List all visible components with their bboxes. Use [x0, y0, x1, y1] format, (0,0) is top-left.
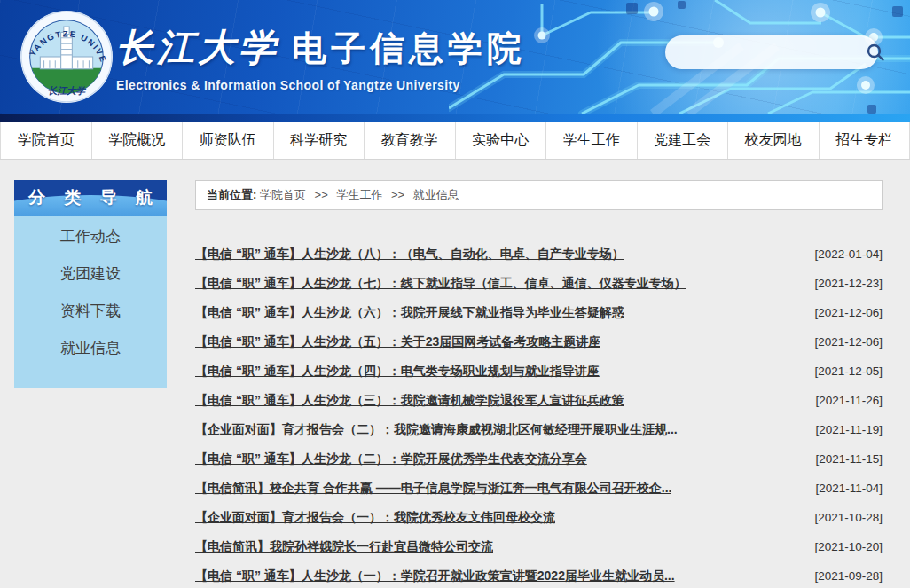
sidebar-item-work-news[interactable]: 工作动态	[14, 218, 167, 255]
nav-item-research[interactable]: 科学研究	[273, 122, 365, 159]
breadcrumb-label: 当前位置:	[207, 188, 256, 201]
news-row: 【电信 “职” 通车】人生沙龙（四）：电气类专场职业规划与就业指导讲座 [202…	[195, 357, 883, 386]
news-row: 【电信 “职” 通车】人生沙龙（八）：（电气、自动化、电卓、自产专业专场） [2…	[195, 239, 883, 269]
sidebar-header: 分 类 导 航	[14, 180, 167, 216]
breadcrumb-separator: >>	[315, 188, 328, 201]
nav-accent-strip	[0, 114, 910, 122]
news-date: [2021-10-28]	[800, 511, 883, 524]
news-date: [2021-11-15]	[801, 452, 883, 466]
main-area: 分 类 导 航 工作动态 党团建设 资料下载 就业信息 当前位置: 学院首页 >…	[0, 160, 910, 587]
news-date: [2021-12-06]	[800, 335, 883, 349]
news-date: [2022-01-04]	[800, 247, 883, 261]
breadcrumb-link-student-work[interactable]: 学生工作	[336, 188, 382, 201]
nav-item-student-work[interactable]: 学生工作	[545, 122, 637, 159]
university-logo: YANGTZE UNIVERSITY 长江大学	[20, 10, 114, 104]
sidebar-item-party-league[interactable]: 党团建设	[14, 255, 167, 293]
site-name-calligraphy: 长江大学	[116, 23, 279, 73]
nav-item-labs[interactable]: 实验中心	[455, 122, 546, 159]
news-link[interactable]: 【电信 “职” 通车】人生沙龙（二）：学院开展优秀学生代表交流分享会	[195, 451, 587, 467]
news-link[interactable]: 【电信 “职” 通车】人生沙龙（六）：我院开展线下就业指导为毕业生答疑解惑	[195, 305, 624, 321]
nav-item-alumni[interactable]: 校友园地	[727, 122, 819, 159]
news-date: [2021-12-06]	[800, 306, 883, 319]
site-header-banner: YANGTZE UNIVERSITY 长江大学 长江大学 电子信息学院 Elec…	[0, 0, 910, 114]
news-row: 【电信 “职” 通车】人生沙龙（三）：我院邀请机械学院退役军人宣讲征兵政策 [2…	[195, 386, 883, 415]
news-list: 【电信 “职” 通车】人生沙龙（八）：（电气、自动化、电卓、自产专业专场） [2…	[195, 239, 883, 588]
nav-item-education[interactable]: 教育教学	[364, 122, 455, 159]
search-input[interactable]	[665, 35, 865, 69]
nav-item-party-union[interactable]: 党建工会	[637, 122, 728, 159]
nav-item-home[interactable]: 学院首页	[0, 122, 91, 159]
news-date: [2021-12-05]	[800, 365, 883, 378]
news-row: 【电信 “职” 通车】人生沙龙（七）：线下就业指导（信工、信卓、通信、仪器专业专…	[195, 269, 883, 298]
news-link[interactable]: 【电信 “职” 通车】人生沙龙（三）：我院邀请机械学院退役军人宣讲征兵政策	[195, 393, 624, 409]
search-icon	[865, 42, 886, 63]
site-name-cn: 电子信息学院	[292, 25, 526, 73]
nav-item-admissions[interactable]: 招生专栏	[819, 122, 910, 159]
news-row: 【电信 “职” 通车】人生沙龙（六）：我院开展线下就业指导为毕业生答疑解惑 [2…	[195, 298, 883, 327]
news-link[interactable]: 【电信 “职” 通车】人生沙龙（七）：线下就业指导（信工、信卓、通信、仪器专业专…	[195, 276, 686, 292]
news-row: 【电信 “职” 通车】人生沙龙（二）：学院开展优秀学生代表交流分享会 [2021…	[195, 444, 883, 474]
news-link[interactable]: 【企业面对面】育才报告会（二）：我院邀请海康威视湖北区何敏经理开展职业生涯规..…	[195, 422, 678, 438]
sidebar-item-downloads[interactable]: 资料下载	[14, 293, 167, 330]
breadcrumb-link-home[interactable]: 学院首页	[260, 188, 306, 201]
news-date: [2021-10-20]	[800, 540, 883, 553]
logo-bottom-text: 长江大学	[48, 85, 87, 96]
category-sidebar: 分 类 导 航 工作动态 党团建设 资料下载 就业信息	[14, 180, 167, 388]
news-link[interactable]: 【企业面对面】育才报告会（一）：我院优秀校友文伟回母校交流	[195, 510, 555, 526]
news-row: 【电信 “职” 通车】人生沙龙（五）：关于23届国网考试备考攻略主题讲座 [20…	[195, 327, 883, 357]
news-link[interactable]: 【电信 “职” 通车】人生沙龙（八）：（电气、自动化、电卓、自产专业专场）	[195, 247, 624, 263]
nav-item-overview[interactable]: 学院概况	[91, 122, 183, 159]
news-row: 【电信 “职” 通车】人生沙龙（一）：学院召开就业政策宣讲暨2022届毕业生就业…	[195, 561, 883, 588]
news-date: [2021-11-04]	[801, 482, 883, 495]
news-link[interactable]: 【电信 “职” 通车】人生沙龙（一）：学院召开就业政策宣讲暨2022届毕业生就业…	[195, 568, 675, 584]
main-nav: 学院首页 学院概况 师资队伍 科学研究 教育教学 实验中心 学生工作 党建工会 …	[0, 122, 910, 160]
sidebar-title: 分 类 导 航	[14, 180, 167, 216]
site-title-block: 长江大学 电子信息学院 Electronics & Information Sc…	[116, 23, 526, 92]
news-row: 【企业面对面】育才报告会（一）：我院优秀校友文伟回母校交流 [2021-10-2…	[195, 503, 883, 532]
news-row: 【企业面对面】育才报告会（二）：我院邀请海康威视湖北区何敏经理开展职业生涯规..…	[195, 415, 883, 444]
breadcrumb-separator: >>	[391, 188, 404, 201]
news-row: 【电信简讯】我院孙祥娥院长一行赴宜昌微特公司交流 [2021-10-20]	[195, 532, 883, 561]
news-link[interactable]: 【电信简讯】我院孙祥娥院长一行赴宜昌微特公司交流	[195, 539, 493, 555]
search-button[interactable]	[865, 35, 886, 69]
news-link[interactable]: 【电信 “职” 通车】人生沙龙（五）：关于23届国网考试备考攻略主题讲座	[195, 334, 600, 350]
sidebar-body: 工作动态 党团建设 资料下载 就业信息	[14, 216, 167, 388]
news-link[interactable]: 【电信简讯】校企共育 合作共赢 ——电子信息学院与浙江奔一电气有限公司召开校企.…	[195, 481, 671, 497]
news-row: 【电信简讯】校企共育 合作共赢 ——电子信息学院与浙江奔一电气有限公司召开校企.…	[195, 474, 883, 503]
breadcrumb-current: 就业信息	[413, 188, 459, 201]
breadcrumb: 当前位置: 学院首页 >> 学生工作 >> 就业信息	[195, 180, 883, 210]
news-date: [2021-09-28]	[800, 569, 883, 583]
content-column: 当前位置: 学院首页 >> 学生工作 >> 就业信息 【电信 “职” 通车】人生…	[195, 180, 883, 588]
nav-item-faculty[interactable]: 师资队伍	[182, 122, 273, 159]
site-name-en: Electronics & Information School of Yang…	[116, 78, 526, 92]
search-box[interactable]	[665, 35, 878, 69]
sidebar-item-employment[interactable]: 就业信息	[14, 330, 167, 367]
news-date: [2021-12-23]	[800, 277, 883, 290]
news-date: [2021-11-19]	[801, 423, 883, 436]
news-date: [2021-11-26]	[801, 394, 883, 407]
news-link[interactable]: 【电信 “职” 通车】人生沙龙（四）：电气类专场职业规划与就业指导讲座	[195, 364, 600, 380]
